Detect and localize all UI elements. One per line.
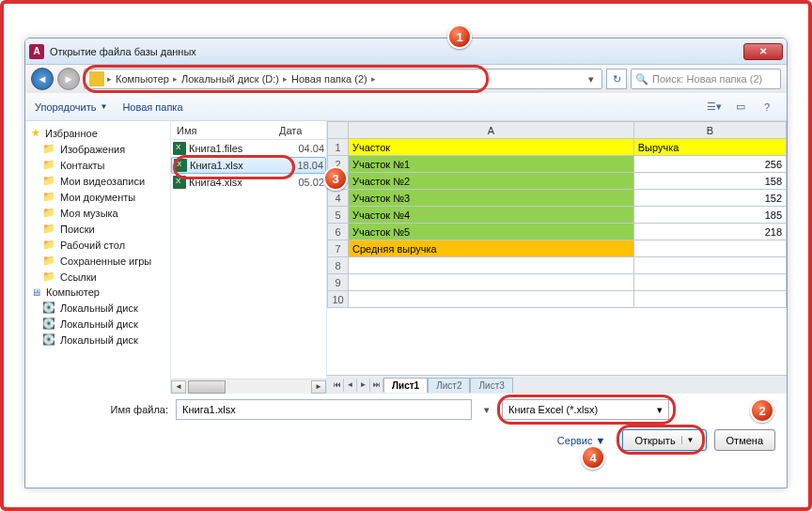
folder-icon: 📁 [42,223,55,235]
scroll-left-button[interactable]: ◄ [171,380,186,394]
crumb-folder[interactable]: Новая папка (2) [288,73,371,85]
sidebar-item[interactable]: 📁Ссылки [25,269,170,285]
sheet-nav-next[interactable]: ► [357,379,370,392]
filetype-combo[interactable]: Книга Excel (*.xlsx) ▾ [502,399,669,420]
nav-bar: ◄ ► ▸ Компьютер ▸ Локальный диск (D:) ▸ … [25,65,787,93]
cell: 218 [633,224,786,240]
close-button[interactable]: ✕ [743,43,783,60]
breadcrumb[interactable]: ▸ Компьютер ▸ Локальный диск (D:) ▸ Нова… [84,69,602,89]
search-icon: 🔍 [635,73,648,85]
bottom-panel: Имя файла: Книга1.xlsx ▾ Книга Excel (*.… [25,394,787,457]
cell: 152 [633,190,786,207]
drive-icon: 💽 [42,317,55,330]
annotation-badge-2: 2 [750,398,774,423]
cell: 158 [633,173,786,190]
sheet-tab[interactable]: Лист2 [428,378,470,393]
col-date[interactable]: Дата [279,125,326,136]
cancel-button[interactable]: Отмена [714,429,775,451]
sheet-nav-last[interactable]: ⏭ [370,379,383,392]
breadcrumb-dropdown[interactable]: ▾ [583,73,600,85]
folder-icon: 📁 [42,143,55,155]
sheet-tabs: ⏮ ◄ ► ⏭ Лист1 Лист2 Лист3 [327,375,787,394]
close-icon: ✕ [759,46,767,56]
search-placeholder: Поиск: Новая папка (2) [652,73,762,85]
file-row[interactable]: Книга4.xlsx05.02 [171,174,326,191]
chevron-right-icon: ▸ [371,74,376,84]
horizontal-scrollbar[interactable]: ◄ ► [171,379,326,394]
sidebar-item[interactable]: 📁Контакты [25,157,170,173]
sidebar-drive[interactable]: 💽Локальный диск [25,300,170,316]
col-header: A [349,122,634,139]
col-name[interactable]: Имя [171,125,279,136]
crumb-computer[interactable]: Компьютер [112,73,173,85]
split-dropdown-icon[interactable]: ▼ [681,436,695,444]
filename-input[interactable]: Книга1.xlsx [176,399,472,420]
file-row-selected[interactable]: Книга1.xlsx18.04 [171,157,326,174]
open-button[interactable]: Открыть▼ [622,429,706,451]
sidebar-item[interactable]: 📁Моя музыка [25,205,170,221]
sidebar-item[interactable]: 📁Мои видеозаписи [25,173,170,189]
crumb-drive[interactable]: Локальный диск (D:) [178,73,283,85]
sidebar-drive[interactable]: 💽Локальный диск [25,316,170,332]
scroll-thumb[interactable] [188,380,226,394]
drive-icon: 💽 [42,333,55,346]
app-icon: A [29,44,44,59]
cell: Участок №2 [349,173,634,190]
sidebar: ★Избранное 📁Изображения 📁Контакты 📁Мои в… [25,121,171,394]
sidebar-drive[interactable]: 💽Локальный диск [25,332,170,348]
excel-icon [173,176,186,189]
cell: 256 [633,156,786,173]
nav-back-button[interactable]: ◄ [31,68,54,90]
spreadsheet-preview: AB 1УчастокВыручка 2Участок №1256 3Участ… [327,121,787,375]
cell: Участок [349,139,634,156]
sidebar-favorites[interactable]: ★Избранное [25,125,170,141]
new-folder-button[interactable]: Новая папка [122,101,182,113]
computer-icon: 🖥 [31,286,41,298]
sheet-tab[interactable]: Лист3 [470,378,512,393]
folder-icon: 📁 [42,255,55,267]
sidebar-item[interactable]: 📁Мои документы [25,189,170,205]
sidebar-item[interactable]: 📁Рабочий стол [25,237,170,253]
cell: Участок №3 [349,190,634,207]
filelist-header[interactable]: Имя Дата [171,121,326,140]
annotation-badge-4: 4 [581,445,605,470]
annotation-badge-1: 1 [447,24,472,49]
sidebar-item[interactable]: 📁Сохраненные игры [25,253,170,269]
help-button[interactable]: ? [757,99,777,116]
nav-forward-button[interactable]: ► [57,68,80,90]
cell: Средняя выручка [349,240,634,257]
sheet-nav-first[interactable]: ⏮ [331,379,344,392]
titlebar: A Открытие файла базы данных ✕ [25,39,787,65]
annotation-badge-3: 3 [323,166,348,191]
search-input[interactable]: 🔍 Поиск: Новая папка (2) [631,69,781,89]
service-button[interactable]: Сервис▼ [557,435,606,446]
cell [633,240,786,257]
window-title: Открытие файла базы данных [50,46,743,57]
sidebar-item[interactable]: 📁Поиски [25,221,170,237]
chevron-down-icon: ▼ [100,102,107,111]
sheet-nav-prev[interactable]: ◄ [344,379,357,392]
refresh-button[interactable]: ↻ [606,69,627,89]
sidebar-item[interactable]: 📁Изображения [25,141,170,157]
cell: Участок №1 [349,156,634,173]
chevron-down-icon: ▼ [596,435,606,446]
sidebar-computer[interactable]: 🖥Компьютер [25,285,170,300]
excel-icon [173,142,186,155]
filename-dropdown[interactable]: ▾ [479,404,494,416]
row-header: 1 [328,139,349,156]
dialog-window: A Открытие файла базы данных ✕ ◄ ► ▸ Ком… [24,38,788,488]
folder-icon: 📁 [42,191,55,203]
toolbar: Упорядочить▼ Новая папка ☰▾ ▭ ? [25,93,787,121]
file-row[interactable]: Книга1.files04.04 [171,140,326,157]
scroll-right-button[interactable]: ► [311,380,326,394]
cell: Участок №5 [349,224,634,240]
sheet-tab[interactable]: Лист1 [383,378,428,393]
organize-button[interactable]: Упорядочить▼ [35,101,107,113]
chevron-down-icon: ▾ [657,404,663,416]
preview-pane-button[interactable]: ▭ [730,99,751,116]
view-mode-button[interactable]: ☰▾ [704,99,725,116]
folder-icon: 📁 [42,239,55,251]
folder-icon: 📁 [42,271,55,283]
folder-icon: 📁 [42,207,55,219]
folder-icon [89,71,104,86]
